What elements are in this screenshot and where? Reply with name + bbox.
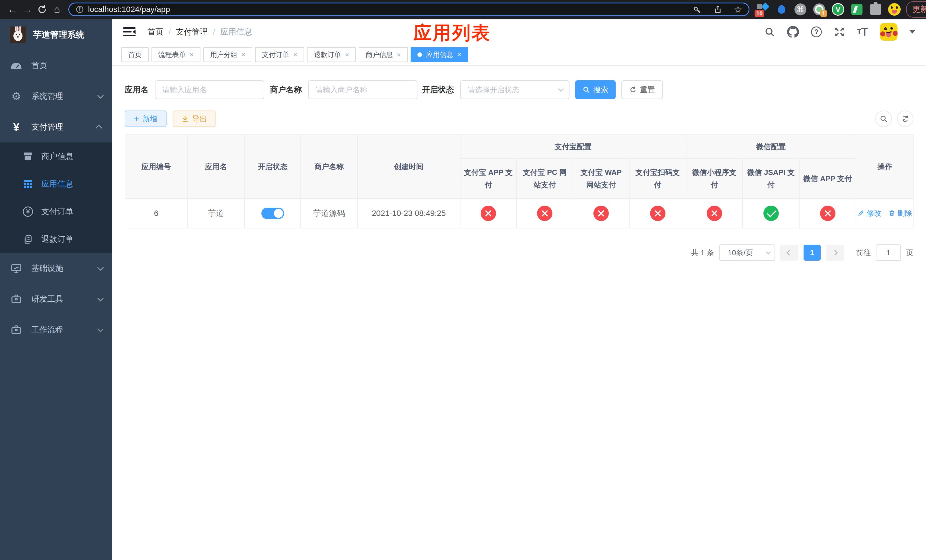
- sidebar-item-infrastructure[interactable]: 基础设施: [0, 253, 112, 284]
- url-text: localhost:1024/pay/app: [88, 5, 170, 14]
- enabled-toggle[interactable]: [262, 207, 284, 219]
- alipay-qr-status-icon: [650, 206, 666, 221]
- status-label: 开启状态: [422, 84, 454, 95]
- site-info-icon[interactable]: [76, 5, 84, 14]
- close-icon[interactable]: ×: [397, 51, 401, 59]
- status-select[interactable]: 请选择开启状态: [460, 80, 569, 99]
- tab-merchant-info[interactable]: 商户信息×: [359, 47, 408, 62]
- page-size-select[interactable]: 10条/页: [719, 244, 775, 261]
- sidebar-item-refund-order[interactable]: 退款订单: [0, 225, 112, 253]
- help-icon[interactable]: ?: [811, 26, 822, 37]
- tab-refund-order[interactable]: 退款订单×: [307, 47, 356, 62]
- merchant-name-label: 商户名称: [270, 84, 302, 95]
- show-search-toggle-button[interactable]: [875, 110, 892, 127]
- refresh-table-button[interactable]: [897, 110, 914, 127]
- extension-badge: 1: [820, 10, 827, 17]
- export-button[interactable]: 导出: [173, 110, 216, 127]
- sidebar-item-dev-tools[interactable]: 研发工具: [0, 284, 112, 315]
- tab-pay-order[interactable]: 支付订单×: [255, 47, 304, 62]
- reload-icon[interactable]: [35, 2, 50, 17]
- search-icon[interactable]: [764, 26, 775, 37]
- github-icon[interactable]: [787, 26, 799, 38]
- search-icon: [583, 86, 590, 94]
- sidebar: 芋道管理系统 首页 ⚙ 系统管理 ¥ 支付管理: [0, 20, 112, 560]
- delete-button[interactable]: 删除: [888, 208, 912, 218]
- fullscreen-icon[interactable]: [834, 26, 845, 38]
- close-icon[interactable]: ×: [345, 51, 349, 59]
- sidebar-item-payment[interactable]: ¥ 支付管理: [0, 112, 112, 142]
- cell-created: 2021-10-23 08:49:25: [357, 198, 460, 228]
- recorder-extension-icon[interactable]: 1: [813, 3, 826, 16]
- tab-app-info[interactable]: 应用信息×: [411, 47, 468, 62]
- v-extension-icon[interactable]: V: [831, 3, 844, 16]
- yen-circle-icon: ¥: [22, 206, 34, 217]
- sidebar-logo[interactable]: 芋道管理系统: [0, 20, 112, 50]
- col-alipay-wap: 支付宝 WAP 网站支付: [573, 159, 629, 198]
- forward-icon[interactable]: →: [20, 2, 35, 17]
- download-icon: [182, 115, 189, 123]
- table-row: 6 芋道 芋道源码 2021-10-23 08:49:25: [125, 198, 914, 228]
- chevron-down-icon: [97, 295, 104, 302]
- address-bar[interactable]: localhost:1024/pay/app ☆: [68, 3, 749, 16]
- grid-table-icon: [22, 179, 34, 189]
- gear-icon: ⚙: [10, 90, 23, 103]
- home-icon[interactable]: ⌂: [50, 2, 64, 17]
- sidebar-item-merchant-info[interactable]: 商户信息: [0, 142, 112, 170]
- close-icon[interactable]: ×: [190, 51, 194, 59]
- command-extension-icon[interactable]: ⌘: [794, 3, 807, 16]
- sidebar-collapse-icon[interactable]: [123, 27, 136, 37]
- password-key-icon[interactable]: [693, 5, 702, 14]
- flag-extension-icon[interactable]: [850, 3, 863, 16]
- plus-icon: +: [134, 114, 139, 123]
- page-content: 应用名 商户名称 开启状态 请选择开启状态 搜索: [112, 65, 926, 560]
- search-button[interactable]: 搜索: [575, 80, 616, 99]
- goto-page-input[interactable]: [876, 244, 901, 261]
- chevron-down-icon: [766, 250, 771, 254]
- alipay-app-status-icon: [481, 206, 496, 221]
- briefcase-icon: [10, 294, 23, 304]
- sidebar-item-workflow[interactable]: 工作流程: [0, 315, 112, 345]
- close-icon[interactable]: ×: [293, 51, 297, 59]
- yen-icon: ¥: [10, 121, 23, 133]
- balloon-extension-icon[interactable]: [775, 3, 788, 16]
- prev-page-button[interactable]: [780, 245, 799, 260]
- puzzle-extension-icon[interactable]: [869, 3, 882, 16]
- refresh-icon: [629, 86, 637, 94]
- sidebar-item-home[interactable]: 首页: [0, 50, 112, 81]
- grid-extension-icon[interactable]: 10: [756, 3, 769, 16]
- next-page-button[interactable]: [826, 245, 844, 260]
- add-button[interactable]: + 新增: [125, 110, 166, 127]
- share-icon[interactable]: [713, 5, 722, 14]
- reset-button[interactable]: 重置: [621, 80, 663, 99]
- chevron-down-icon: [97, 264, 104, 271]
- sidebar-item-pay-order[interactable]: ¥ 支付订单: [0, 198, 112, 225]
- refresh-icon: [901, 115, 909, 123]
- edit-button[interactable]: 修改: [858, 208, 882, 218]
- filter-form: 应用名 商户名称 开启状态 请选择开启状态 搜索: [125, 80, 914, 99]
- close-icon[interactable]: ×: [457, 51, 461, 59]
- chrome-update-button[interactable]: 更新: [906, 1, 926, 18]
- col-app-name: 应用名: [188, 135, 245, 198]
- tab-user-group[interactable]: 用户分组×: [203, 47, 252, 62]
- breadcrumb-home[interactable]: 首页: [147, 26, 163, 37]
- page-number-1[interactable]: 1: [803, 245, 821, 260]
- close-icon[interactable]: ×: [242, 51, 245, 59]
- sidebar-item-app-info[interactable]: 应用信息: [0, 170, 112, 198]
- back-icon[interactable]: ←: [5, 2, 20, 17]
- avatar-dropdown-caret-icon[interactable]: [909, 30, 915, 36]
- cell-app-id: 6: [125, 198, 188, 228]
- sidebar-item-system[interactable]: ⚙ 系统管理: [0, 81, 112, 112]
- breadcrumb-payment[interactable]: 支付管理: [176, 26, 208, 37]
- user-avatar[interactable]: [880, 23, 897, 41]
- tab-home[interactable]: 首页: [121, 47, 149, 62]
- table-toolbar: + 新增 导出: [125, 110, 914, 127]
- merchant-name-input[interactable]: [308, 80, 418, 99]
- breadcrumb: 首页 / 支付管理 / 应用信息: [147, 26, 252, 37]
- tab-process-form[interactable]: 流程表单×: [151, 47, 200, 62]
- bookmark-star-icon[interactable]: ☆: [734, 4, 742, 15]
- app-name-input[interactable]: [155, 80, 264, 99]
- emoji-extension-icon[interactable]: [888, 3, 901, 16]
- app-header: 首页 / 支付管理 / 应用信息 ?: [112, 20, 926, 44]
- app-title: 芋道管理系统: [33, 29, 84, 41]
- font-size-icon[interactable]: TT: [857, 26, 868, 38]
